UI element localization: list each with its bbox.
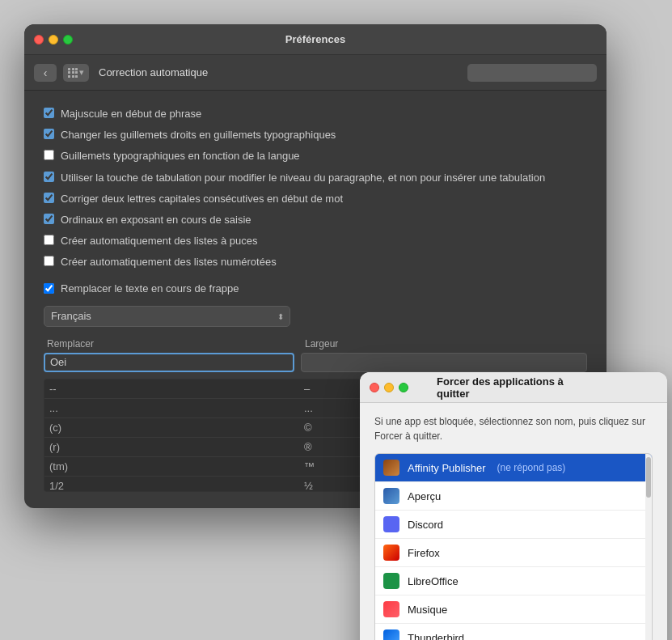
fq-description: Si une app est bloquée, sélectionnez son… [374,414,653,443]
fq-app-icon [383,516,399,532]
fq-app-icon [383,573,399,589]
fq-traffic-lights [370,383,408,392]
fq-content: Si une app est bloquée, sélectionnez son… [360,403,667,640]
replace-to-input[interactable] [301,353,587,372]
fq-app-icon [383,629,399,640]
fq-app-list: Affinity Publisher(ne répond pas)AperçuD… [374,453,653,640]
traffic-lights [34,35,73,45]
checkbox-guillemets-langue-input[interactable] [44,150,54,160]
fq-app-icon [383,460,399,476]
checkbox-majuscule-label: Majuscule en début de phrase [61,107,201,121]
window-title: Préférences [285,33,345,45]
checkbox-replace-text-label: Remplacer le texte en cours de frappe [61,282,239,296]
checkbox-ordinaux-input[interactable] [44,214,54,224]
fq-app-icon [383,545,399,561]
fq-app-list-item[interactable]: LibreOffice [375,567,652,595]
prefs-toolbar: ‹ ▾ Correction automatique [24,55,606,91]
fq-app-list-item[interactable]: Thunderbird [375,624,652,640]
checkbox-guillemets-langue-label: Guillemets typographiques en fonction de… [61,149,300,163]
checkbox-listes-puces-input[interactable] [44,235,54,245]
checkbox-guillemets-label: Changer les guillemets droits en guillem… [61,128,336,142]
checkbox-guillemets: Changer les guillemets droits en guillem… [44,128,587,142]
fq-app-name: LibreOffice [408,575,459,587]
table-cell-from: -- [44,379,299,399]
fq-app-list-item[interactable]: Aperçu [375,482,652,511]
language-select[interactable]: Français [44,306,290,327]
language-select-wrapper: Français [44,306,290,327]
fq-app-list-item[interactable]: Affinity Publisher(ne répond pas) [375,454,652,482]
force-quit-window: Forcer des applications à quitter Si une… [360,372,667,640]
fullscreen-button[interactable] [63,35,73,45]
checkbox-tabulation-label: Utiliser la touche de tabulation pour mo… [61,171,545,185]
checkbox-ordinaux-label: Ordinaux en exposant en cours de saisie [61,213,251,227]
fq-app-name: Affinity Publisher [408,462,486,474]
table-cell-from: 1/2 [44,476,299,492]
fq-scrollbar[interactable] [645,454,652,640]
fq-titlebar: Forcer des applications à quitter [360,372,667,403]
checkbox-listes-puces-label: Créer automatiquement des listes à puces [61,234,258,248]
checkbox-majuscule-input[interactable] [44,108,54,118]
checkbox-guillemets-input[interactable] [44,129,54,139]
fq-minimize-button[interactable] [384,383,394,392]
table-cell-from: (tm) [44,456,299,476]
table-cell-from: (r) [44,437,299,456]
checkbox-listes-num-input[interactable] [44,256,54,266]
fq-app-list-item[interactable]: Discord [375,511,652,539]
checkbox-deux-capitales-input[interactable] [44,193,54,203]
checkbox-deux-capitales-label: Corriger deux lettres capitales consécut… [61,192,343,206]
fq-app-list-item[interactable]: Firefox [375,539,652,567]
chevron-down-icon: ▾ [79,67,84,78]
checkbox-listes-num: Créer automatiquement des listes numérot… [44,255,587,269]
col-header-remplacer: Remplacer [44,338,298,350]
replace-text-row: Remplacer le texte en cours de frappe [44,282,587,296]
prefs-titlebar: Préférences [24,24,606,55]
fq-not-responding-label: (ne répond pas) [497,462,566,473]
checkbox-listes-puces: Créer automatiquement des listes à puces [44,234,587,248]
fq-app-icon [383,601,399,617]
checkbox-deux-capitales: Corriger deux lettres capitales consécut… [44,192,587,206]
grid-view-button[interactable]: ▾ [63,64,89,82]
checkbox-ordinaux: Ordinaux en exposant en cours de saisie [44,213,587,227]
checkbox-listes-num-label: Créer automatiquement des listes numérot… [61,255,277,269]
fq-app-name: Aperçu [408,490,441,502]
fq-app-name: Firefox [408,547,440,559]
fq-window-title: Forcer des applications à quitter [437,375,590,400]
grid-icon [68,68,78,78]
fq-app-icon [383,488,399,504]
search-input[interactable] [467,64,597,82]
col-header-largeur: Largeur [298,338,587,350]
close-button[interactable] [34,35,44,45]
fq-fullscreen-button[interactable] [399,383,408,392]
checkbox-replace-text-input[interactable] [44,283,54,294]
fq-scrollbar-thumb[interactable] [646,457,651,498]
back-button[interactable]: ‹ [34,64,57,82]
fq-close-button[interactable] [370,383,379,392]
replace-from-input[interactable] [44,353,294,372]
checkbox-guillemets-langue: Guillemets typographiques en fonction de… [44,149,587,163]
table-cell-from: ... [44,398,299,417]
fq-app-name: Discord [408,519,443,531]
checkbox-tabulation: Utiliser la touche de tabulation pour mo… [44,171,587,185]
checkbox-majuscule: Majuscule en début de phrase [44,107,587,121]
checkbox-tabulation-input[interactable] [44,172,54,182]
replace-table-header: Remplacer Largeur [44,338,587,350]
fq-app-name: Thunderbird [408,632,464,641]
fq-app-name: Musique [408,604,447,616]
section-title: Correction automatique [99,66,208,78]
replace-input-row [44,353,587,372]
minimize-button[interactable] [49,35,58,45]
fq-app-list-item[interactable]: Musique [375,595,652,624]
table-cell-from: (c) [44,417,299,437]
